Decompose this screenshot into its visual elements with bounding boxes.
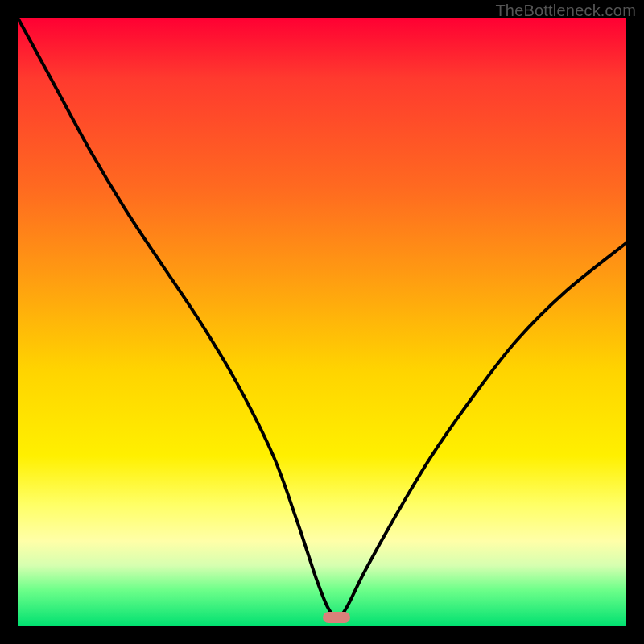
chart-frame: TheBottleneck.com: [0, 0, 644, 644]
minimum-marker: [323, 612, 350, 623]
plot-area: [18, 18, 626, 626]
bottleneck-curve: [18, 18, 626, 617]
curve-svg: [18, 18, 626, 626]
